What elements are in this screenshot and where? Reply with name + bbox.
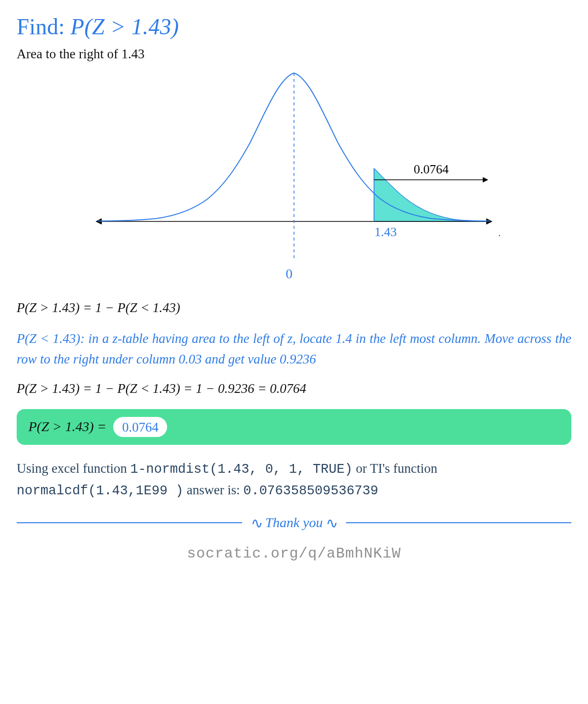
subtitle: Area to the right of 1.43 bbox=[17, 47, 571, 62]
title-prefix: Find: bbox=[17, 14, 65, 39]
threshold-tick-label: 1.43 bbox=[374, 225, 397, 239]
calculator-note: Using excel function 1-normdist(1.43, 0,… bbox=[17, 459, 571, 502]
shaded-tail-area bbox=[374, 168, 490, 221]
calc-text-1: Using excel function bbox=[17, 461, 130, 476]
tail-area-label: 0.0764 bbox=[414, 162, 449, 176]
calc-text-2: or TI's function bbox=[352, 461, 437, 476]
normal-curve-chart: 0.0764 1.43 0 Z bbox=[17, 65, 571, 290]
title-P: P bbox=[71, 14, 84, 39]
calc-text-3: answer is: bbox=[183, 483, 243, 497]
answer-lhs: P(Z > 1.43) = bbox=[28, 419, 106, 435]
answer-rhs: 0.0764 bbox=[113, 417, 167, 437]
equation-2: P(Z > 1.43) = 1 − P(Z < 1.43) = 1 − 0.92… bbox=[17, 380, 571, 398]
ztable-instructions: P(Z < 1.43): in a z-table having area to… bbox=[17, 329, 571, 370]
explain-leading: P(Z < 1.43): bbox=[17, 331, 85, 346]
calc-code-excel: 1-normdist(1.43, 0, 1, TRUE) bbox=[130, 462, 353, 477]
divider-left bbox=[17, 522, 242, 523]
divider-right bbox=[346, 522, 571, 523]
axis-label-z: Z bbox=[499, 224, 500, 239]
answer-box: P(Z > 1.43) = 0.0764 bbox=[17, 409, 571, 445]
thank-you-text: Thank you bbox=[265, 515, 322, 531]
thank-you-divider: ­∿ Thank you ∿­ bbox=[17, 514, 571, 532]
zero-label: 0 bbox=[286, 266, 293, 281]
swirl-left-icon: ­∿ bbox=[251, 514, 262, 532]
equation-1: P(Z > 1.43) = 1 − P(Z < 1.43) bbox=[17, 299, 571, 317]
thank-you-label: ­∿ Thank you ∿­ bbox=[251, 514, 337, 532]
source-link: socratic.org/q/aBmhNKiW bbox=[17, 545, 571, 562]
normal-curve-svg: 0.0764 1.43 0 Z bbox=[88, 65, 500, 290]
calc-code-ti: normalcdf(1.43,1E99 ) bbox=[17, 484, 183, 498]
page-title: Find: P(Z > 1.43) bbox=[17, 15, 571, 40]
swirl-right-icon: ∿­ bbox=[326, 514, 337, 532]
explain-body: in a z-table having area to the left of … bbox=[17, 331, 571, 366]
title-expr: (Z > 1.43) bbox=[84, 14, 179, 39]
calc-answer-full: 0.076358509536739 bbox=[244, 484, 378, 498]
